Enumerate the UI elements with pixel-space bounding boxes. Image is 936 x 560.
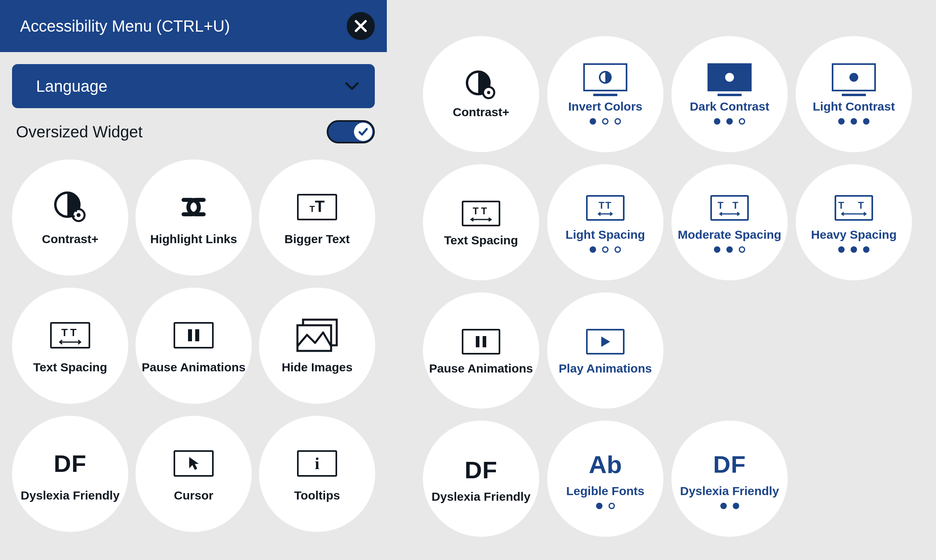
option-label: Cursor [174, 489, 213, 502]
option-cursor[interactable]: Cursor [135, 416, 252, 532]
option-bigger-text[interactable]: TT Bigger Text [259, 159, 375, 276]
pause-icon [174, 317, 214, 353]
option-label: Hide Images [282, 361, 353, 374]
option-label: Pause Animations [142, 361, 246, 374]
legible-fonts-icon: Ab [589, 448, 622, 480]
language-label: Language [36, 77, 107, 95]
level-dots [714, 246, 745, 253]
option-play-animations[interactable]: Play Animations [547, 292, 663, 409]
option-label: Highlight Links [150, 232, 237, 246]
option-moderate-spacing[interactable]: T T Moderate Spacing [671, 164, 788, 280]
svg-point-4 [77, 213, 81, 217]
level-dots [714, 118, 745, 125]
option-light-contrast[interactable]: Light Contrast [796, 36, 912, 152]
tooltip-icon: i [297, 445, 337, 481]
lead-dyslexia-friendly[interactable]: DF Dyslexia Friendly [423, 421, 539, 537]
option-label: Legible Fonts [566, 484, 645, 498]
accessibility-panel: Accessibility Menu (CTRL+U) Language Ove… [0, 0, 387, 560]
level-dots [838, 246, 869, 253]
oversized-widget-label: Oversized Widget [16, 123, 143, 141]
option-label: Dyslexia Friendly [21, 489, 120, 502]
lead-contrast[interactable]: Contrast+ [423, 36, 539, 152]
text-spacing-icon: TT [50, 317, 90, 353]
close-button[interactable] [347, 12, 375, 40]
option-pause-animations[interactable]: Pause Animations [135, 288, 252, 404]
pause-icon [462, 326, 500, 358]
option-label: Dyslexia Friendly [680, 484, 779, 498]
svg-marker-18 [601, 336, 610, 347]
panel-header: Accessibility Menu (CTRL+U) [0, 0, 387, 52]
spacing-heavy-icon: T T [835, 192, 873, 224]
option-label: Invert Colors [568, 100, 642, 113]
option-label: Play Animations [559, 362, 652, 375]
option-label: Contrast+ [42, 232, 99, 246]
check-icon [358, 126, 369, 137]
dyslexia-icon: DF [54, 445, 87, 481]
option-label: Heavy Spacing [811, 228, 896, 242]
option-tooltips[interactable]: i Tooltips [259, 416, 375, 532]
contrast-icon [463, 69, 499, 101]
option-light-spacing[interactable]: TT Light Spacing [547, 164, 663, 280]
animations-row: Pause Animations Play Animations [423, 292, 920, 409]
option-label: Moderate Spacing [678, 228, 781, 242]
option-dark-contrast[interactable]: Dark Contrast [671, 36, 788, 152]
lead-label: Text Spacing [444, 234, 518, 247]
text-spacing-icon: TT [462, 197, 500, 230]
option-label: Light Spacing [566, 228, 645, 242]
monitor-invert-icon [583, 64, 627, 96]
monitor-dark-icon [708, 64, 752, 96]
text-spacing-row: TT Text Spacing TT Light Spacing T T [423, 164, 920, 280]
level-dots [590, 246, 621, 253]
language-row: Language [0, 52, 387, 108]
lead-pause-animations[interactable]: Pause Animations [423, 292, 539, 409]
option-legible-fonts[interactable]: Ab Legible Fonts [547, 421, 663, 537]
language-dropdown[interactable]: Language [12, 64, 375, 108]
bigger-text-icon: TT [297, 189, 337, 225]
dyslexia-row: DF Dyslexia Friendly Ab Legible Fonts DF… [423, 421, 920, 537]
option-label: Light Contrast [813, 100, 895, 113]
option-hide-images[interactable]: Hide Images [259, 288, 375, 404]
lead-label: Dyslexia Friendly [432, 490, 531, 504]
option-heavy-spacing[interactable]: T T Heavy Spacing [796, 164, 912, 280]
lead-label: Pause Animations [429, 362, 533, 375]
chevron-down-icon [345, 81, 359, 91]
toggle-knob [354, 123, 372, 141]
option-label: Text Spacing [33, 361, 107, 374]
dyslexia-icon: DF [713, 448, 746, 480]
cursor-icon [174, 445, 214, 481]
oversized-widget-row: Oversized Widget [0, 108, 387, 151]
level-dots [596, 503, 615, 509]
spacing-light-icon: TT [586, 192, 625, 224]
option-label: Tooltips [294, 489, 340, 502]
monitor-light-icon [832, 64, 876, 96]
level-dots [838, 118, 869, 125]
svg-point-12 [487, 91, 490, 94]
option-dyslexia-friendly[interactable]: DF Dyslexia Friendly [12, 416, 128, 532]
option-label: Dark Contrast [690, 100, 769, 113]
image-icon [295, 317, 339, 353]
lead-label: Contrast+ [453, 105, 509, 119]
lead-text-spacing[interactable]: TT Text Spacing [423, 164, 539, 280]
option-label: Bigger Text [285, 232, 350, 246]
option-contrast[interactable]: Contrast+ [12, 159, 128, 276]
option-text-spacing[interactable]: TT Text Spacing [12, 288, 128, 404]
play-icon [586, 326, 625, 358]
svg-rect-5 [75, 209, 77, 212]
option-invert-colors[interactable]: Invert Colors [547, 36, 663, 152]
spacing-moderate-icon: T T [710, 192, 749, 224]
oversized-widget-toggle[interactable] [327, 120, 375, 143]
level-dots [720, 503, 739, 509]
option-highlight-links[interactable]: Highlight Links [135, 159, 252, 276]
dyslexia-icon: DF [465, 454, 497, 486]
option-dyslexia-friendly-blue[interactable]: DF Dyslexia Friendly [671, 421, 788, 537]
close-icon [354, 19, 368, 33]
contrast-icon [52, 189, 88, 225]
options-grid: Contrast+ Highlight Links TT Bigger Text [0, 151, 387, 532]
level-dots [590, 118, 621, 125]
link-icon [172, 189, 216, 225]
expanded-options-panel: Contrast+ Invert Colors Dark Contrast Li… [387, 0, 936, 560]
panel-title: Accessibility Menu (CTRL+U) [20, 17, 230, 35]
contrast-row: Contrast+ Invert Colors Dark Contrast Li… [423, 36, 920, 152]
